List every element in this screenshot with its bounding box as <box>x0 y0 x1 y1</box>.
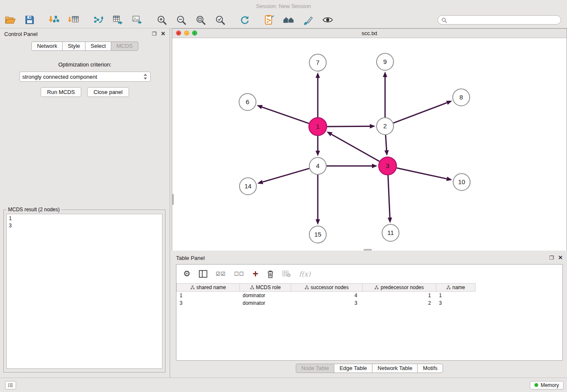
refresh-icon <box>239 15 250 25</box>
table-cell[interactable]: 3 <box>291 299 363 307</box>
table-row[interactable]: 1dominator411 <box>177 292 563 300</box>
graph-edge[interactable] <box>388 175 390 218</box>
column-header[interactable]: shared name <box>177 284 240 292</box>
graph-edge[interactable] <box>385 135 386 150</box>
column-visibility-button[interactable] <box>199 269 207 279</box>
open-folder-icon <box>5 14 16 25</box>
graph-edge-arrow <box>372 164 377 168</box>
delete-rows-button[interactable] <box>267 269 274 279</box>
graph-node-label: 14 <box>245 182 252 190</box>
float-panel-button[interactable]: ❐ <box>152 31 157 37</box>
tab-network-table[interactable]: Network Table <box>372 364 418 373</box>
tab-edge-table[interactable]: Edge Table <box>334 364 372 373</box>
table-toolbar: ⚙ ☑☑ ☐☐ + f(x) <box>176 265 562 283</box>
table-settings-button[interactable]: ⚙ <box>183 269 190 279</box>
search-icon <box>441 17 447 23</box>
table-cell-filler <box>476 292 563 300</box>
network-canvas[interactable]: 7968124314101511 <box>172 38 567 251</box>
search-box[interactable] <box>438 15 561 25</box>
table-cell[interactable]: dominator <box>240 299 291 307</box>
column-header[interactable]: predecessor nodes <box>363 284 436 292</box>
minimize-window-button[interactable]: − <box>184 30 189 36</box>
import-network-button[interactable] <box>48 14 60 26</box>
tab-style[interactable]: Style <box>62 41 85 51</box>
mcds-result-text[interactable]: 1 3 <box>6 214 162 369</box>
zoom-selected-button[interactable] <box>214 14 226 26</box>
column-tree-icon <box>190 285 195 290</box>
column-header[interactable]: name <box>436 284 476 292</box>
select-all-button[interactable]: ☑☑ <box>216 269 226 279</box>
memory-button[interactable]: Memory <box>530 381 564 389</box>
add-row-button[interactable]: + <box>253 269 258 279</box>
graph-edge[interactable] <box>397 168 447 179</box>
show-hide-button[interactable] <box>322 14 333 26</box>
function-builder-button[interactable]: f(x) <box>299 269 311 279</box>
open-session-button[interactable] <box>4 14 16 26</box>
style-paint-button[interactable] <box>302 14 314 26</box>
zoom-fit-button[interactable] <box>195 14 206 26</box>
tab-node-table[interactable]: Node Table <box>296 364 335 373</box>
table-cell[interactable]: 4 <box>291 292 363 300</box>
column-tree-icon <box>250 285 254 290</box>
zoom-fit-icon <box>195 15 206 25</box>
tab-network[interactable]: Network <box>31 41 63 51</box>
table-row[interactable]: 3dominator323 <box>177 299 563 307</box>
table-cell[interactable]: 1 <box>363 292 436 300</box>
table-cell[interactable]: 3 <box>436 299 476 307</box>
close-panel-button[interactable]: ✕ <box>161 31 165 37</box>
column-header[interactable]: successor nodes <box>291 284 363 292</box>
save-session-button[interactable] <box>24 14 36 26</box>
close-window-button[interactable]: ✕ <box>176 30 181 36</box>
export-network-button[interactable] <box>92 14 104 26</box>
graph-edge-arrow <box>446 177 452 181</box>
delete-table-button[interactable] <box>282 269 291 279</box>
table-cell[interactable]: 1 <box>436 292 476 300</box>
network-clipboard-button[interactable] <box>263 14 275 26</box>
graph-node-label: 2 <box>383 122 387 130</box>
tab-motifs[interactable]: Motifs <box>417 364 443 373</box>
zoom-window-button[interactable]: + <box>192 30 197 36</box>
select-stepper-icon <box>143 73 148 80</box>
tab-mcds[interactable]: MCDS <box>111 41 138 51</box>
tab-select[interactable]: Select <box>85 41 111 51</box>
export-image-button[interactable] <box>131 14 143 26</box>
node-table: shared nameMCDS rolesuccessor nodesprede… <box>176 283 562 307</box>
graph-edge[interactable] <box>262 107 309 124</box>
export-image-icon <box>132 14 143 25</box>
graph-node-label: 9 <box>383 58 387 65</box>
zoom-in-button[interactable] <box>156 14 168 26</box>
column-header[interactable]: MCDS role <box>240 284 291 292</box>
graph-edge[interactable] <box>331 134 380 161</box>
unchecked-boxes-icon: ☐☐ <box>234 271 245 277</box>
close-table-panel-button[interactable]: ✕ <box>558 255 563 261</box>
zoom-out-button[interactable] <box>175 14 187 26</box>
float-table-panel-button[interactable]: ❐ <box>549 255 554 261</box>
eye-icon <box>322 15 333 25</box>
task-history-button[interactable] <box>5 381 16 389</box>
network-window: ✕ − + scc.txt 7968124314101511 <box>172 28 567 251</box>
table-cell[interactable]: 2 <box>363 299 436 307</box>
export-table-button[interactable] <box>112 14 124 26</box>
graph-edge[interactable] <box>327 126 370 127</box>
double-home-icon <box>283 15 295 25</box>
import-table-button[interactable] <box>68 14 80 26</box>
criterion-select[interactable]: strongly connected component <box>19 72 151 82</box>
gear-icon: ⚙ <box>183 270 190 278</box>
hierarchy-viewer-button[interactable] <box>283 14 295 26</box>
graph-node-label: 10 <box>458 178 465 185</box>
column-header-label: predecessor nodes <box>380 284 424 290</box>
graph-edge[interactable] <box>263 168 309 182</box>
table-cell[interactable]: 1 <box>177 292 240 300</box>
graph-edge-arrow <box>388 218 392 223</box>
graph-edge[interactable] <box>394 103 447 123</box>
vertical-scrollbar[interactable] <box>172 194 174 205</box>
horizontal-scrollbar[interactable] <box>363 249 372 251</box>
table-cell[interactable]: dominator <box>240 292 291 300</box>
close-panel-action-button[interactable]: Close panel <box>87 87 129 97</box>
table-cell[interactable]: 3 <box>177 299 240 307</box>
search-input[interactable] <box>449 17 557 23</box>
graph-node-label: 6 <box>246 98 249 105</box>
refresh-layout-button[interactable] <box>239 14 250 26</box>
run-mcds-button[interactable]: Run MCDS <box>41 87 81 97</box>
deselect-all-button[interactable]: ☐☐ <box>234 269 245 279</box>
